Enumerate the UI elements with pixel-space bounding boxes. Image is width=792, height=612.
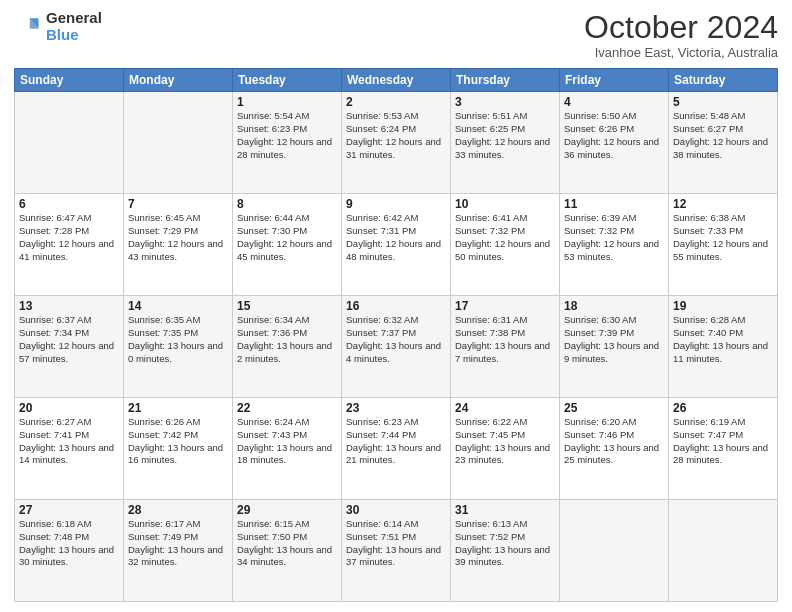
logo-blue-text: Blue — [46, 27, 102, 44]
day-info: Sunrise: 6:47 AMSunset: 7:28 PMDaylight:… — [19, 212, 119, 263]
logo-icon — [14, 13, 42, 41]
day-number: 3 — [455, 95, 555, 109]
calendar-cell — [124, 92, 233, 194]
calendar-week-row: 6Sunrise: 6:47 AMSunset: 7:28 PMDaylight… — [15, 194, 778, 296]
calendar-cell: 26Sunrise: 6:19 AMSunset: 7:47 PMDayligh… — [669, 398, 778, 500]
calendar-cell: 28Sunrise: 6:17 AMSunset: 7:49 PMDayligh… — [124, 500, 233, 602]
day-header-friday: Friday — [560, 69, 669, 92]
day-info: Sunrise: 6:23 AMSunset: 7:44 PMDaylight:… — [346, 416, 446, 467]
day-number: 7 — [128, 197, 228, 211]
logo: General Blue — [14, 10, 102, 43]
day-number: 26 — [673, 401, 773, 415]
day-number: 25 — [564, 401, 664, 415]
calendar-cell: 21Sunrise: 6:26 AMSunset: 7:42 PMDayligh… — [124, 398, 233, 500]
day-info: Sunrise: 5:54 AMSunset: 6:23 PMDaylight:… — [237, 110, 337, 161]
day-info: Sunrise: 6:45 AMSunset: 7:29 PMDaylight:… — [128, 212, 228, 263]
calendar-cell: 17Sunrise: 6:31 AMSunset: 7:38 PMDayligh… — [451, 296, 560, 398]
day-header-saturday: Saturday — [669, 69, 778, 92]
day-info: Sunrise: 6:44 AMSunset: 7:30 PMDaylight:… — [237, 212, 337, 263]
title-block: October 2024 Ivanhoe East, Victoria, Aus… — [584, 10, 778, 60]
day-number: 23 — [346, 401, 446, 415]
day-info: Sunrise: 6:41 AMSunset: 7:32 PMDaylight:… — [455, 212, 555, 263]
calendar-cell: 20Sunrise: 6:27 AMSunset: 7:41 PMDayligh… — [15, 398, 124, 500]
calendar-cell: 5Sunrise: 5:48 AMSunset: 6:27 PMDaylight… — [669, 92, 778, 194]
day-number: 16 — [346, 299, 446, 313]
main-title: October 2024 — [584, 10, 778, 45]
header: General Blue October 2024 Ivanhoe East, … — [14, 10, 778, 60]
day-info: Sunrise: 5:51 AMSunset: 6:25 PMDaylight:… — [455, 110, 555, 161]
day-number: 24 — [455, 401, 555, 415]
day-number: 14 — [128, 299, 228, 313]
day-number: 13 — [19, 299, 119, 313]
calendar-cell: 30Sunrise: 6:14 AMSunset: 7:51 PMDayligh… — [342, 500, 451, 602]
day-number: 20 — [19, 401, 119, 415]
day-info: Sunrise: 6:26 AMSunset: 7:42 PMDaylight:… — [128, 416, 228, 467]
calendar-cell: 27Sunrise: 6:18 AMSunset: 7:48 PMDayligh… — [15, 500, 124, 602]
day-info: Sunrise: 6:20 AMSunset: 7:46 PMDaylight:… — [564, 416, 664, 467]
day-header-tuesday: Tuesday — [233, 69, 342, 92]
day-info: Sunrise: 6:34 AMSunset: 7:36 PMDaylight:… — [237, 314, 337, 365]
day-info: Sunrise: 6:27 AMSunset: 7:41 PMDaylight:… — [19, 416, 119, 467]
day-number: 1 — [237, 95, 337, 109]
day-number: 2 — [346, 95, 446, 109]
calendar-cell: 1Sunrise: 5:54 AMSunset: 6:23 PMDaylight… — [233, 92, 342, 194]
day-info: Sunrise: 6:35 AMSunset: 7:35 PMDaylight:… — [128, 314, 228, 365]
calendar-week-row: 1Sunrise: 5:54 AMSunset: 6:23 PMDaylight… — [15, 92, 778, 194]
day-info: Sunrise: 6:24 AMSunset: 7:43 PMDaylight:… — [237, 416, 337, 467]
calendar-cell: 10Sunrise: 6:41 AMSunset: 7:32 PMDayligh… — [451, 194, 560, 296]
day-number: 22 — [237, 401, 337, 415]
day-header-sunday: Sunday — [15, 69, 124, 92]
day-number: 9 — [346, 197, 446, 211]
day-info: Sunrise: 6:18 AMSunset: 7:48 PMDaylight:… — [19, 518, 119, 569]
day-info: Sunrise: 6:30 AMSunset: 7:39 PMDaylight:… — [564, 314, 664, 365]
calendar-cell: 14Sunrise: 6:35 AMSunset: 7:35 PMDayligh… — [124, 296, 233, 398]
calendar-cell: 3Sunrise: 5:51 AMSunset: 6:25 PMDaylight… — [451, 92, 560, 194]
calendar-cell: 12Sunrise: 6:38 AMSunset: 7:33 PMDayligh… — [669, 194, 778, 296]
calendar-cell: 23Sunrise: 6:23 AMSunset: 7:44 PMDayligh… — [342, 398, 451, 500]
calendar-cell: 15Sunrise: 6:34 AMSunset: 7:36 PMDayligh… — [233, 296, 342, 398]
day-info: Sunrise: 6:22 AMSunset: 7:45 PMDaylight:… — [455, 416, 555, 467]
day-header-thursday: Thursday — [451, 69, 560, 92]
day-info: Sunrise: 6:32 AMSunset: 7:37 PMDaylight:… — [346, 314, 446, 365]
calendar-cell: 19Sunrise: 6:28 AMSunset: 7:40 PMDayligh… — [669, 296, 778, 398]
day-number: 31 — [455, 503, 555, 517]
day-number: 8 — [237, 197, 337, 211]
calendar-cell: 24Sunrise: 6:22 AMSunset: 7:45 PMDayligh… — [451, 398, 560, 500]
calendar-cell: 2Sunrise: 5:53 AMSunset: 6:24 PMDaylight… — [342, 92, 451, 194]
day-number: 18 — [564, 299, 664, 313]
calendar-cell — [15, 92, 124, 194]
calendar-cell: 22Sunrise: 6:24 AMSunset: 7:43 PMDayligh… — [233, 398, 342, 500]
day-info: Sunrise: 6:14 AMSunset: 7:51 PMDaylight:… — [346, 518, 446, 569]
calendar-cell: 18Sunrise: 6:30 AMSunset: 7:39 PMDayligh… — [560, 296, 669, 398]
day-info: Sunrise: 6:28 AMSunset: 7:40 PMDaylight:… — [673, 314, 773, 365]
day-info: Sunrise: 5:48 AMSunset: 6:27 PMDaylight:… — [673, 110, 773, 161]
day-info: Sunrise: 6:13 AMSunset: 7:52 PMDaylight:… — [455, 518, 555, 569]
calendar-cell: 31Sunrise: 6:13 AMSunset: 7:52 PMDayligh… — [451, 500, 560, 602]
day-info: Sunrise: 6:38 AMSunset: 7:33 PMDaylight:… — [673, 212, 773, 263]
day-number: 17 — [455, 299, 555, 313]
subtitle: Ivanhoe East, Victoria, Australia — [584, 45, 778, 60]
day-number: 15 — [237, 299, 337, 313]
calendar-week-row: 13Sunrise: 6:37 AMSunset: 7:34 PMDayligh… — [15, 296, 778, 398]
day-info: Sunrise: 6:17 AMSunset: 7:49 PMDaylight:… — [128, 518, 228, 569]
day-number: 19 — [673, 299, 773, 313]
calendar-cell — [560, 500, 669, 602]
page: General Blue October 2024 Ivanhoe East, … — [0, 0, 792, 612]
day-info: Sunrise: 6:42 AMSunset: 7:31 PMDaylight:… — [346, 212, 446, 263]
day-number: 10 — [455, 197, 555, 211]
calendar-cell: 29Sunrise: 6:15 AMSunset: 7:50 PMDayligh… — [233, 500, 342, 602]
calendar-table: SundayMondayTuesdayWednesdayThursdayFrid… — [14, 68, 778, 602]
day-info: Sunrise: 6:15 AMSunset: 7:50 PMDaylight:… — [237, 518, 337, 569]
calendar-cell: 6Sunrise: 6:47 AMSunset: 7:28 PMDaylight… — [15, 194, 124, 296]
day-info: Sunrise: 6:31 AMSunset: 7:38 PMDaylight:… — [455, 314, 555, 365]
calendar-header: SundayMondayTuesdayWednesdayThursdayFrid… — [15, 69, 778, 92]
day-number: 21 — [128, 401, 228, 415]
calendar-body: 1Sunrise: 5:54 AMSunset: 6:23 PMDaylight… — [15, 92, 778, 602]
logo-text: General Blue — [46, 10, 102, 43]
header-row: SundayMondayTuesdayWednesdayThursdayFrid… — [15, 69, 778, 92]
day-number: 28 — [128, 503, 228, 517]
day-info: Sunrise: 6:39 AMSunset: 7:32 PMDaylight:… — [564, 212, 664, 263]
calendar-cell: 16Sunrise: 6:32 AMSunset: 7:37 PMDayligh… — [342, 296, 451, 398]
day-number: 4 — [564, 95, 664, 109]
calendar-cell: 9Sunrise: 6:42 AMSunset: 7:31 PMDaylight… — [342, 194, 451, 296]
